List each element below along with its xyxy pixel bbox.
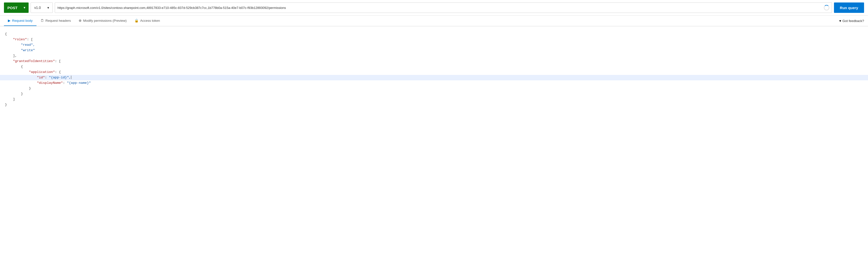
tabs-left: ▶ Request body 🗒 Request headers ⊕ Modif… [4, 16, 164, 26]
code-line: "id": "{app-id}", [0, 75, 868, 80]
tab-request-headers-icon: 🗒 [40, 19, 44, 23]
code-line: } [0, 91, 868, 97]
code-content: { [5, 31, 863, 37]
code-line: "grantedToIdentities": [ [0, 59, 868, 64]
method-label: POST [7, 6, 18, 10]
code-line: "read", [0, 42, 868, 48]
version-dropdown[interactable]: v1.0 ▾ [31, 2, 53, 13]
tab-access-token-label: Access token [140, 19, 160, 23]
tab-access-token[interactable]: 🔒 Access token [130, 16, 164, 26]
loading-spinner [824, 5, 829, 10]
code-content: "grantedToIdentities": [ [5, 59, 863, 64]
tab-request-body-label: Request body [12, 19, 33, 23]
toolbar: POST ▾ v1.0 ▾ Run query [0, 0, 868, 16]
version-chevron-icon: ▾ [48, 6, 49, 10]
version-label: v1.0 [34, 6, 41, 10]
url-input-container [55, 2, 832, 13]
code-content: "roles": [ [5, 37, 863, 42]
tab-access-token-icon: 🔒 [134, 19, 138, 23]
code-line: "displayName": "{app-name}" [0, 80, 868, 86]
code-line: ], [0, 53, 868, 59]
code-content: } [5, 86, 863, 91]
method-dropdown[interactable]: POST ▾ [4, 2, 29, 13]
method-chevron-icon: ▾ [24, 6, 25, 9]
feedback-link[interactable]: ♥ Got feedback? [839, 16, 864, 26]
code-content: ] [5, 97, 863, 102]
tab-modify-permissions[interactable]: ⊕ Modify permissions (Preview) [75, 16, 130, 26]
run-query-button[interactable]: Run query [834, 2, 864, 13]
feedback-label: Got feedback? [842, 19, 864, 23]
code-line: } [0, 102, 868, 108]
tab-modify-permissions-icon: ⊕ [79, 19, 82, 23]
code-content: "write" [5, 48, 863, 53]
code-content: "application": { [5, 70, 863, 75]
tab-modify-permissions-label: Modify permissions (Preview) [83, 19, 126, 23]
tab-request-body-icon: ▶ [8, 19, 10, 23]
code-content: ], [5, 53, 863, 59]
code-content: } [5, 91, 863, 97]
code-content: "read", [5, 42, 863, 48]
code-content: "displayName": "{app-name}" [5, 80, 863, 86]
tab-request-body[interactable]: ▶ Request body [4, 16, 36, 26]
feedback-heart-icon: ♥ [839, 19, 841, 23]
code-editor[interactable]: { "roles": [ "read", "write" ], "granted… [0, 26, 868, 125]
code-line: { [0, 31, 868, 37]
code-content: } [5, 102, 863, 108]
tab-request-headers-label: Request headers [45, 19, 71, 23]
editor-wrapper: { "roles": [ "read", "write" ], "granted… [0, 26, 868, 125]
url-input[interactable] [58, 6, 824, 10]
code-line: "application": { [0, 70, 868, 75]
code-line: ] [0, 97, 868, 102]
code-line: "write" [0, 48, 868, 53]
code-line: { [0, 64, 868, 70]
code-content: "id": "{app-id}", [5, 75, 863, 80]
code-content: { [5, 64, 863, 70]
tabs-bar: ▶ Request body 🗒 Request headers ⊕ Modif… [0, 16, 868, 26]
tab-request-headers[interactable]: 🗒 Request headers [36, 16, 75, 26]
code-line: "roles": [ [0, 37, 868, 42]
code-line: } [0, 86, 868, 91]
